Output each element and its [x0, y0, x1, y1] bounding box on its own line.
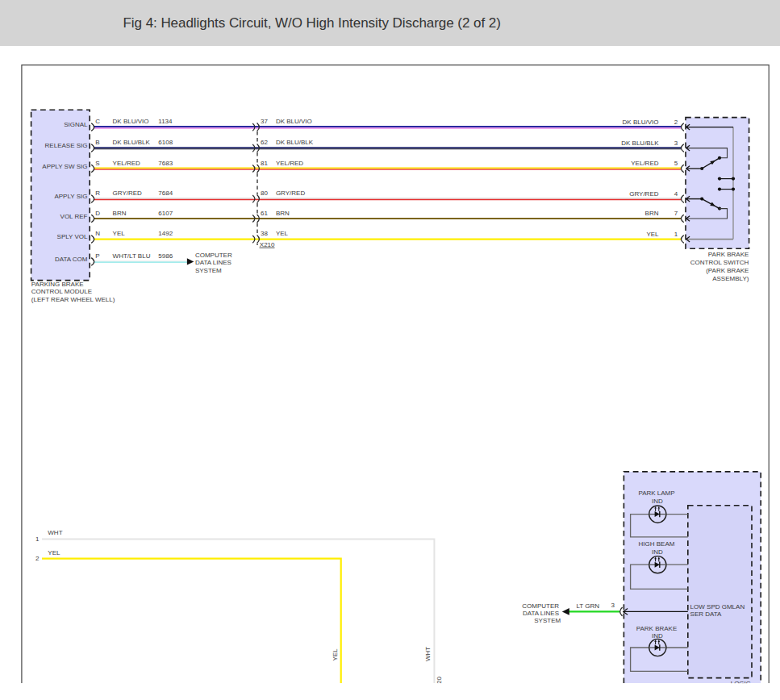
svg-text:6108: 6108	[158, 139, 173, 146]
svg-text:YEL/RED: YEL/RED	[113, 160, 140, 167]
svg-text:LT GRN: LT GRN	[577, 602, 600, 610]
svg-text:GRY/RED: GRY/RED	[276, 190, 306, 197]
svg-text:DK BLU/VIO: DK BLU/VIO	[623, 119, 659, 126]
svg-text:P: P	[95, 252, 99, 260]
svg-text:80: 80	[261, 190, 268, 197]
svg-text:YEL/RED: YEL/RED	[276, 160, 303, 167]
svg-text:5: 5	[674, 160, 678, 167]
svg-text:D: D	[95, 210, 100, 217]
svg-text:COMPUTER: COMPUTER	[522, 602, 559, 610]
svg-text:4: 4	[674, 190, 678, 198]
svg-text:SYSTEM: SYSTEM	[195, 267, 222, 274]
svg-text:BRN: BRN	[276, 210, 290, 217]
svg-text:N: N	[95, 230, 100, 237]
svg-text:IND: IND	[652, 632, 663, 640]
svg-text:IND: IND	[652, 498, 663, 505]
svg-text:C: C	[95, 118, 100, 125]
svg-text:LOW SPD GMLAN: LOW SPD GMLAN	[690, 603, 745, 610]
svg-text:(PARK BRAKE: (PARK BRAKE	[706, 267, 749, 274]
svg-text:DK BLU/VIO: DK BLU/VIO	[276, 118, 312, 125]
svg-text:YEL: YEL	[113, 230, 126, 237]
svg-text:X210: X210	[260, 241, 275, 248]
svg-text:2: 2	[674, 119, 678, 126]
svg-text:DATA COM: DATA COM	[55, 256, 88, 263]
svg-text:APPLY SIG: APPLY SIG	[54, 193, 87, 200]
svg-text:WHT/LT BLU: WHT/LT BLU	[113, 252, 151, 260]
svg-text:DK BLU/VIO: DK BLU/VIO	[113, 118, 149, 125]
svg-text:GRY/RED: GRY/RED	[629, 190, 659, 198]
svg-text:7683: 7683	[158, 160, 173, 167]
svg-text:37: 37	[261, 118, 268, 125]
svg-text:BRN: BRN	[113, 210, 127, 217]
svg-text:PARK BRAKE: PARK BRAKE	[636, 625, 678, 632]
svg-text:PARK LAMP: PARK LAMP	[638, 490, 674, 497]
svg-text:1134: 1134	[158, 118, 173, 125]
svg-text:Fig 4: Headlights Circuit, W/O: Fig 4: Headlights Circuit, W/O High Inte…	[123, 15, 501, 31]
svg-text:RELEASE SIG: RELEASE SIG	[45, 142, 88, 149]
svg-text:PARKING BRAKE: PARKING BRAKE	[31, 281, 84, 288]
svg-text:CONTROL MODULE: CONTROL MODULE	[31, 288, 92, 295]
svg-text:WHT: WHT	[424, 647, 432, 661]
svg-text:WHT: WHT	[48, 529, 62, 536]
svg-text:SPLY VOL: SPLY VOL	[57, 233, 89, 240]
svg-text:DK BLU/BLK: DK BLU/BLK	[621, 140, 659, 147]
svg-text:62: 62	[261, 139, 268, 146]
svg-text:YEL: YEL	[48, 549, 60, 556]
svg-text:YEL: YEL	[276, 230, 289, 237]
svg-text:DK BLU/BLK: DK BLU/BLK	[276, 139, 314, 146]
svg-text:DATA LINES: DATA LINES	[195, 259, 231, 266]
svg-text:R: R	[95, 190, 100, 197]
svg-text:SYSTEM: SYSTEM	[534, 617, 561, 624]
svg-text:APPLY SW SIG: APPLY SW SIG	[42, 163, 87, 170]
svg-text:ASSEMBLY): ASSEMBLY)	[712, 275, 749, 282]
svg-text:GRY/RED: GRY/RED	[113, 190, 143, 197]
svg-text:B: B	[95, 139, 99, 146]
svg-text:3: 3	[611, 602, 615, 609]
svg-text:1: 1	[35, 535, 40, 543]
svg-text:81: 81	[261, 160, 268, 167]
svg-text:3: 3	[674, 140, 678, 147]
svg-text:PARK BRAKE: PARK BRAKE	[708, 251, 749, 258]
svg-text:7684: 7684	[158, 190, 173, 197]
svg-text:6107: 6107	[158, 210, 173, 217]
svg-text:2: 2	[35, 555, 40, 562]
svg-text:IND: IND	[652, 548, 663, 556]
svg-text:SIGNAL: SIGNAL	[64, 121, 88, 128]
svg-text:DK BLU/BLK: DK BLU/BLK	[113, 139, 151, 146]
svg-text:YEL/RED: YEL/RED	[631, 160, 658, 167]
svg-text:YEL: YEL	[332, 648, 339, 661]
svg-text:CONTROL SWITCH: CONTROL SWITCH	[690, 259, 749, 266]
svg-text:20: 20	[436, 677, 443, 684]
svg-text:61: 61	[261, 210, 268, 217]
svg-text:5986: 5986	[158, 252, 173, 260]
svg-text:1492: 1492	[158, 230, 173, 237]
svg-text:S: S	[95, 160, 99, 167]
svg-text:HIGH BEAM: HIGH BEAM	[639, 540, 675, 548]
svg-text:1: 1	[674, 231, 678, 238]
svg-text:SER DATA: SER DATA	[690, 610, 722, 618]
svg-text:VOL REF: VOL REF	[60, 213, 88, 220]
svg-text:BRN: BRN	[645, 210, 659, 217]
svg-text:(LEFT REAR WHEEL WELL): (LEFT REAR WHEEL WELL)	[31, 296, 115, 303]
svg-text:7: 7	[674, 210, 678, 217]
svg-text:38: 38	[261, 230, 268, 237]
svg-text:COMPUTER: COMPUTER	[195, 252, 232, 259]
svg-text:YEL: YEL	[646, 231, 659, 238]
svg-text:DATA LINES: DATA LINES	[523, 610, 559, 617]
